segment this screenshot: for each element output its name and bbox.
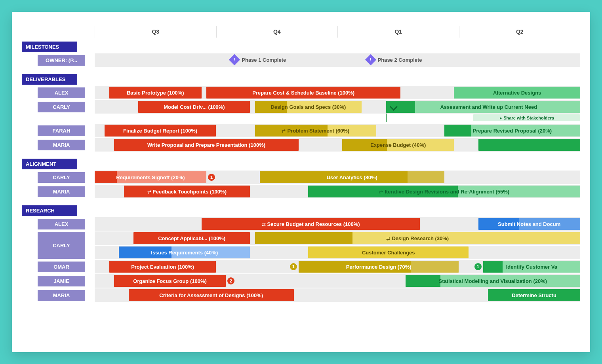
milestone-label: Phase 2 Complete	[378, 57, 422, 63]
gantt-bar[interactable]: Basic Prototype (100%)	[109, 87, 202, 99]
gantt-bar-label: User Analytics (80%)	[327, 174, 377, 180]
gantt-bar-label: Identify Customer Va	[506, 264, 557, 270]
gantt-bar[interactable]: Problem Statement (60%)	[255, 125, 377, 136]
gantt-bar-label: Prepare Revised Proposal (20%)	[473, 128, 552, 134]
gantt-bar-label: Submit Notes and Docum	[498, 221, 560, 227]
owner-label[interactable]: OWNER: (P...	[38, 55, 85, 66]
gantt-bar-label: Alternative Designs	[493, 90, 541, 96]
gantt-bar[interactable]: Customer Challenges	[308, 246, 469, 258]
milestone-label: Phase 1 Complete	[242, 57, 286, 63]
gantt-bar[interactable]: Requirements Signoff (20%)	[95, 171, 206, 183]
gantt-bar[interactable]: Finalize Budget Report (100%)	[105, 125, 216, 136]
owner-label[interactable]: JAMIE	[38, 276, 85, 286]
gantt-bar[interactable]: Submit Notes and Docum	[478, 218, 580, 230]
gantt-bar-label: Criteria for Assessment of Designs (100%…	[159, 292, 263, 298]
gantt-bar-label: Prepare Cost & Schedule Baseline (100%)	[252, 90, 354, 96]
section-header[interactable]: ALIGNMENT	[22, 159, 77, 169]
gantt-track[interactable]: Organize Focus Group (100%)2Statistical …	[95, 274, 580, 288]
timeline-header: Q3Q4Q1Q2	[22, 26, 580, 38]
gantt-bar-label: Write Proposal and Prepare Presentation …	[147, 142, 265, 148]
gantt-track[interactable]: Feedback Touchpoints (100%)Iterative Des…	[95, 185, 580, 198]
gantt-bar-label: Concept Applicabl... (100%)	[158, 235, 225, 241]
quarter-header: Q1	[337, 26, 459, 38]
count-badge[interactable]: 1	[290, 263, 297, 270]
gantt-bar-label: Iterative Design Revisions and Re-Alignm…	[379, 189, 509, 195]
gantt-bar[interactable]: Write Proposal and Prepare Presentation …	[114, 139, 299, 151]
gantt-track[interactable]: Requirements Signoff (20%)1User Analytic…	[95, 171, 580, 184]
gantt-bar[interactable]: Feedback Touchpoints (100%)	[124, 186, 250, 197]
gantt-bar-label: Requirements Signoff (20%)	[116, 174, 185, 180]
gantt-bar-label: Assessment and Write up Current Need	[440, 104, 537, 110]
gantt-bar[interactable]: Model Cost Driv... (100%)	[138, 101, 250, 113]
gantt-bar-label: Performance Design (70%)	[346, 264, 411, 270]
gantt-bar[interactable]: Project Evaluation (100%)	[109, 261, 216, 273]
gantt-bar[interactable]: Identify Customer Va	[483, 261, 580, 273]
quarter-header: Q4	[216, 26, 338, 38]
gantt-bar[interactable]: Criteria for Assessment of Designs (100%…	[129, 289, 294, 301]
owner-label[interactable]: FARAH	[38, 125, 85, 136]
gantt-bar[interactable]: Assessment and Write up Current Need	[386, 101, 580, 113]
gantt-bar[interactable]: Determine Structu	[488, 289, 580, 301]
gantt-bar-label: Statistical Modelling and Visualization …	[439, 278, 547, 284]
owner-label[interactable]: OMAR	[38, 262, 85, 272]
milestone-icon	[365, 54, 376, 65]
owner-label[interactable]: CARLY	[38, 102, 85, 112]
gantt-bar-label: Feedback Touchpoints (100%)	[147, 189, 227, 195]
gantt-bar[interactable]	[478, 139, 580, 151]
gantt-track[interactable]: Finalize Budget Report (100%)Problem Sta…	[95, 124, 580, 137]
owner-label[interactable]: ALEX	[38, 219, 85, 229]
count-badge[interactable]: 1	[474, 263, 482, 270]
gantt-bar-label: Project Evaluation (100%)	[131, 264, 194, 270]
gantt-bar-label: Issues Requirements (40%)	[151, 250, 218, 256]
gantt-bar[interactable]: Alternative Designs	[454, 87, 580, 99]
section-header[interactable]: RESEARCH	[22, 205, 77, 216]
owner-label[interactable]: ALEX	[38, 87, 85, 98]
gantt-bar-label: Design Goals and Specs (30%)	[271, 104, 346, 110]
gantt-bar[interactable]: Design Research (30%)	[255, 232, 580, 244]
gantt-track[interactable]: Project Evaluation (100%)Performance Des…	[95, 260, 580, 273]
gantt-bar-label: Design Research (30%)	[386, 235, 449, 241]
gantt-bar[interactable]: Prepare Revised Proposal (20%)	[444, 125, 580, 136]
owner-label[interactable]: MARIA	[38, 140, 85, 150]
gantt-bar-label: Customer Challenges	[362, 250, 415, 256]
owner-label[interactable]: MARIA	[38, 290, 85, 301]
gantt-bar-label: Organize Focus Group (100%)	[133, 278, 207, 284]
quarter-header: Q2	[459, 26, 581, 38]
gantt-bar-label: Problem Statement (60%)	[282, 128, 349, 134]
gantt-bar[interactable]: Iterative Design Revisions and Re-Alignm…	[308, 186, 580, 197]
gantt-timeline: Q3Q4Q1Q2MILESTONESOWNER: (P...Phase 1 Co…	[22, 26, 580, 342]
count-badge[interactable]: 1	[208, 174, 215, 181]
owner-label[interactable]: MARIA	[38, 186, 85, 197]
gantt-bar-label: Secure Budget and Resources (100%)	[262, 221, 360, 227]
gantt-track[interactable]: Model Cost Driv... (100%)Design Goals an…	[95, 100, 580, 114]
gantt-bar-label: Basic Prototype (100%)	[127, 90, 184, 96]
section-header[interactable]: MILESTONES	[22, 42, 77, 52]
gantt-bar[interactable]: Expense Budget (40%)	[342, 139, 454, 151]
owner-label[interactable]: CARLY	[38, 232, 85, 259]
gantt-track[interactable]: Basic Prototype (100%)Prepare Cost & Sch…	[95, 86, 580, 99]
gantt-track[interactable]: Secure Budget and Resources (100%)Submit…	[95, 217, 580, 231]
milestone[interactable]: Phase 1 Complete	[231, 56, 286, 64]
milestone[interactable]: Phase 2 Complete	[367, 56, 422, 64]
gantt-bar[interactable]: Statistical Modelling and Visualization …	[406, 275, 580, 287]
gantt-bar[interactable]: Design Goals and Specs (30%)	[255, 101, 362, 113]
gantt-track[interactable]: Criteria for Assessment of Designs (100%…	[95, 288, 580, 302]
gantt-bar[interactable]: Prepare Cost & Schedule Baseline (100%)	[206, 87, 400, 99]
owner-label[interactable]: CARLY	[38, 172, 85, 183]
gantt-canvas: Q3Q4Q1Q2MILESTONESOWNER: (P...Phase 1 Co…	[12, 12, 590, 352]
gantt-track[interactable]: Write Proposal and Prepare Presentation …	[95, 138, 580, 152]
gantt-bar[interactable]: Secure Budget and Resources (100%)	[202, 218, 420, 230]
gantt-bar[interactable]: Concept Applicabl... (100%)	[133, 232, 250, 244]
gantt-track[interactable]: Phase 1 CompletePhase 2 Complete	[95, 53, 580, 67]
section-header[interactable]: DELIVERABLES	[22, 74, 77, 85]
gantt-bar-label: Determine Structu	[512, 292, 556, 298]
count-badge[interactable]: 2	[227, 277, 234, 284]
gantt-bar-label: Finalize Budget Report (100%)	[123, 128, 197, 134]
gantt-subtask-label: Share with Stakeholders	[499, 116, 554, 120]
milestone-icon	[229, 54, 240, 65]
gantt-bar[interactable]: Organize Focus Group (100%)	[114, 275, 226, 287]
gantt-bar[interactable]: User Analytics (80%)	[260, 171, 444, 183]
gantt-bar[interactable]: Issues Requirements (40%)	[119, 246, 250, 258]
gantt-bar[interactable]: Performance Design (70%)	[299, 261, 459, 273]
gantt-subtask[interactable]: Share with Stakeholders	[473, 114, 580, 121]
